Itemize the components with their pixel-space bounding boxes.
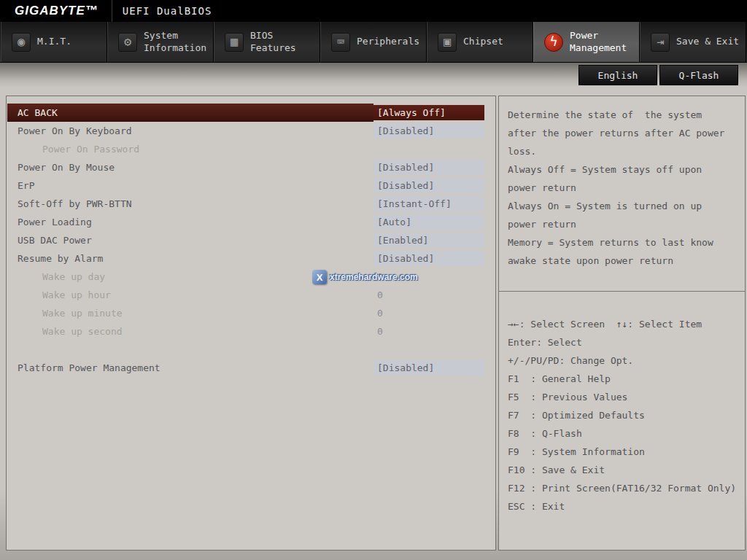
setting-value[interactable]: [Disabled] [374,251,484,266]
tab-label: Save & Exit [676,36,739,47]
tab-label: System Information [144,30,206,54]
setting-value[interactable]: [Enabled] [374,233,484,248]
setting-value[interactable]: [Auto] [374,214,484,230]
bios-title: UEFI DualBIOS [112,5,212,17]
setting-label: Wake up minute [7,304,374,322]
tab-save-exit[interactable]: ⇥ Save & Exit [640,22,746,62]
chipset-icon: ▣ [438,33,457,52]
setting-label: Platform Power Management [7,359,374,377]
tab-system-information[interactable]: ⚙ System Information [107,22,214,62]
setting-value[interactable]: [Instant-Off] [374,196,484,211]
help-line: Determine the state of the system [508,106,736,124]
help-line: Always Off = System stays off upon [508,160,736,179]
title-bar: GIGABYTE™ UEFI DualBIOS [0,0,747,22]
setting-label: ErP [7,176,374,195]
setting-label: Soft-Off by PWR-BTTN [7,195,374,213]
setting-label: Power On By Mouse [7,158,374,176]
setting-row-power-on-password: Power On Password [7,140,495,158]
setting-value[interactable]: [Always Off] [374,105,484,120]
bios-chip-icon: ▦ [225,33,244,52]
key-hint-f1: F1 : General Help [508,370,736,388]
english-button[interactable]: English [578,65,657,85]
tab-power-management[interactable]: ϟ Power Management [533,22,640,62]
setting-value: 0 [374,269,484,284]
setting-label: AC BACK [7,104,374,122]
main-area: AC BACK [Always Off] Power On By Keyboar… [0,88,747,560]
tab-label: Peripherals [357,36,419,47]
peripherals-icon: ⌨ [331,33,350,52]
settings-panel: AC BACK [Always Off] Power On By Keyboar… [6,96,496,551]
tab-label: M.I.T. [37,36,71,47]
setting-label: Power Loading [7,213,374,231]
setting-value[interactable]: [Disabled] [374,360,484,376]
key-hint-f12: F12 : Print Screen(FAT16/32 Format Only) [508,479,736,497]
setting-label: Wake up day [7,268,374,286]
setting-row-resume-by-alarm[interactable]: Resume by Alarm [Disabled] [7,249,495,268]
setting-label: Resume by Alarm [7,249,374,268]
setting-value: 0 [374,324,484,339]
setting-row-platform-power-management[interactable]: Platform Power Management [Disabled] [7,359,495,377]
setting-value[interactable]: [Disabled] [374,160,484,175]
tab-label: Chipset [463,36,503,47]
setting-value: 0 [374,306,484,321]
setting-value[interactable]: [Disabled] [374,123,484,139]
setting-label: Power On By Keyboard [7,122,374,140]
help-line: power return [508,215,736,233]
setting-row-erp[interactable]: ErP [Disabled] [7,176,495,195]
key-hint-f5: F5 : Previous Values [508,388,736,406]
key-hint-f9: F9 : System Information [508,443,736,461]
setting-value[interactable]: [Disabled] [374,178,484,193]
help-line: Memory = System returns to last know [508,233,736,252]
setting-label: Wake up second [7,322,374,341]
tab-peripherals[interactable]: ⌨ Peripherals [320,22,427,62]
tab-mit[interactable]: ◉ M.I.T. [1,22,107,62]
help-line: loss. [508,142,736,160]
help-description: Determine the state of the system after … [499,96,745,292]
tab-bios-features[interactable]: ▦ BIOS Features [214,22,320,62]
key-hint-enter: Enter: Select [508,333,736,351]
quick-button-strip: English Q-Flash [0,63,747,88]
key-hint-select: →←: Select Screen ↑↓: Select Item [508,315,736,333]
save-exit-icon: ⇥ [651,33,670,52]
tab-label: Power Management [570,30,627,54]
gigabyte-logo: GIGABYTE™ [0,4,112,18]
row-spacer [7,341,495,359]
key-hint-f8: F8 : Q-Flash [508,424,736,443]
mit-icon: ◉ [12,33,31,52]
setting-value: 0 [374,287,484,303]
help-line: Always On = System is turned on up [508,197,736,215]
setting-row-usb-dac-power[interactable]: USB DAC Power [Enabled] [7,231,495,249]
setting-row-wake-up-hour: Wake up hour 0 [7,286,495,304]
help-panel: Determine the state of the system after … [498,96,746,551]
gear-icon: ⚙ [118,33,137,52]
help-line: power return [508,179,736,197]
help-line: awake state upon power return [508,252,736,270]
help-line: after the power returns after AC power [508,124,736,142]
setting-row-power-on-keyboard[interactable]: Power On By Keyboard [Disabled] [7,122,495,140]
tab-chipset[interactable]: ▣ Chipset [427,22,533,62]
key-hint-esc: ESC : Exit [508,497,736,516]
setting-row-power-loading[interactable]: Power Loading [Auto] [7,213,495,231]
setting-row-wake-up-minute: Wake up minute 0 [7,304,495,322]
setting-label: Wake up hour [7,286,374,304]
setting-row-soft-off[interactable]: Soft-Off by PWR-BTTN [Instant-Off] [7,195,495,213]
setting-label: USB DAC Power [7,231,374,249]
key-hint-f10: F10 : Save & Exit [508,461,736,479]
help-key-legend: →←: Select Screen ↑↓: Select Item Enter:… [499,292,745,516]
setting-row-ac-back[interactable]: AC BACK [Always Off] [7,104,495,122]
key-hint-change-opt: +/-/PU/PD: Change Opt. [508,351,736,370]
power-bolt-icon: ϟ [544,33,563,52]
qflash-button[interactable]: Q-Flash [659,65,738,85]
tab-bar: ◉ M.I.T. ⚙ System Information ▦ BIOS Fea… [0,22,747,63]
setting-row-wake-up-second: Wake up second 0 [7,322,495,341]
tab-label: BIOS Features [250,30,296,54]
setting-row-power-on-mouse[interactable]: Power On By Mouse [Disabled] [7,158,495,176]
setting-label: Power On Password [7,140,495,158]
setting-row-wake-up-day: Wake up day 0 [7,268,495,286]
key-hint-f7: F7 : Optimized Defaults [508,406,736,424]
